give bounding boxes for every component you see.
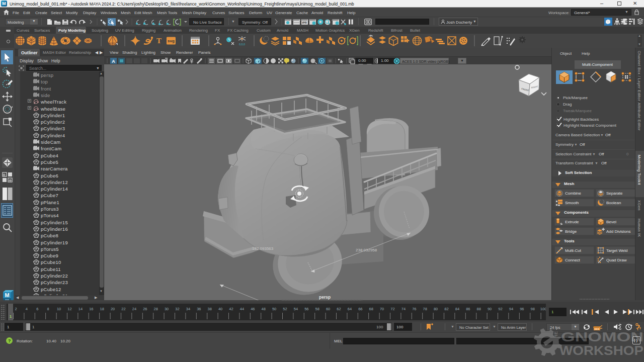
- svg-text:persp: persp: [319, 295, 331, 300]
- svg-text:68: 68: [369, 307, 373, 311]
- svg-text:238.032958: 238.032958: [356, 248, 377, 252]
- svg-text:8: 8: [47, 307, 49, 311]
- svg-text:10: 10: [57, 307, 61, 311]
- svg-text:82: 82: [444, 307, 448, 311]
- svg-text:40: 40: [218, 307, 222, 311]
- svg-text:52: 52: [283, 307, 287, 311]
- svg-text:62: 62: [337, 307, 341, 311]
- svg-text:44: 44: [240, 307, 244, 311]
- svg-text:34: 34: [186, 307, 190, 311]
- svg-text:88: 88: [477, 307, 481, 311]
- svg-text:42: 42: [229, 307, 233, 311]
- svg-text:32: 32: [175, 307, 179, 311]
- svg-text:74: 74: [401, 307, 406, 311]
- svg-text:12: 12: [67, 307, 71, 311]
- svg-text:IPR: IPR: [302, 21, 307, 24]
- svg-text:98: 98: [531, 307, 535, 311]
- svg-text:70: 70: [380, 307, 384, 311]
- svg-text:24: 24: [132, 307, 136, 311]
- svg-text:60: 60: [326, 307, 330, 311]
- svg-text:4: 4: [26, 307, 28, 311]
- svg-text:58: 58: [315, 307, 319, 311]
- svg-text:80: 80: [434, 307, 438, 311]
- svg-text:54: 54: [294, 307, 298, 311]
- svg-text:50: 50: [272, 307, 276, 311]
- svg-text:22: 22: [121, 307, 125, 311]
- svg-text:30: 30: [165, 307, 169, 311]
- svg-text:96: 96: [520, 307, 524, 311]
- svg-text:A: A: [112, 59, 115, 64]
- svg-text:1: 1: [10, 314, 12, 319]
- svg-text:64: 64: [348, 307, 352, 311]
- svg-text:92: 92: [498, 307, 502, 311]
- svg-text:72: 72: [390, 307, 394, 311]
- svg-text:66: 66: [358, 307, 362, 311]
- svg-text:90: 90: [488, 307, 492, 311]
- svg-text:20: 20: [111, 307, 115, 311]
- svg-text:16: 16: [89, 307, 93, 311]
- svg-text:26: 26: [143, 307, 147, 311]
- svg-text:94: 94: [509, 307, 513, 311]
- svg-text:100: 100: [540, 307, 546, 311]
- svg-text:56: 56: [304, 307, 308, 311]
- svg-text:38: 38: [208, 307, 212, 311]
- svg-text:182.093563: 182.093563: [252, 246, 274, 251]
- svg-text:18: 18: [100, 307, 104, 311]
- svg-text:T: T: [156, 37, 162, 45]
- svg-text:48: 48: [262, 307, 266, 311]
- svg-text:84: 84: [455, 307, 459, 311]
- svg-text:78: 78: [423, 307, 427, 311]
- svg-text:76: 76: [412, 307, 416, 311]
- svg-text:86: 86: [466, 307, 470, 311]
- svg-text:46: 46: [251, 307, 255, 311]
- svg-text:M: M: [5, 292, 9, 298]
- svg-text:2: 2: [15, 307, 17, 311]
- svg-text:28: 28: [154, 307, 158, 311]
- svg-text:36: 36: [197, 307, 201, 311]
- svg-text:6: 6: [36, 307, 38, 311]
- svg-text:14: 14: [78, 307, 83, 311]
